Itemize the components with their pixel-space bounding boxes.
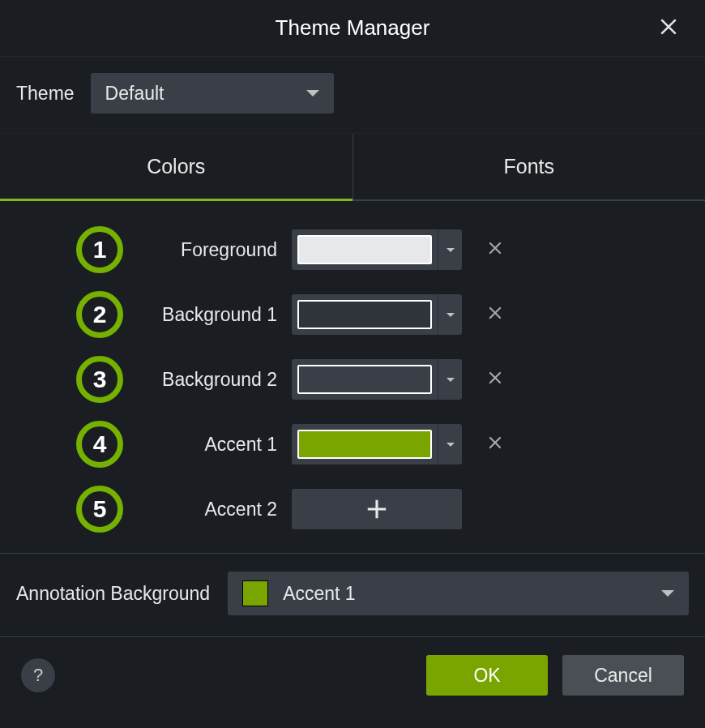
row-label: Accent 2	[123, 499, 277, 520]
remove-icon	[485, 238, 506, 259]
row-number-badge: 2	[76, 291, 123, 338]
chevron-down-icon	[446, 313, 455, 317]
color-row-accent-2: 5 Accent 2	[16, 483, 689, 535]
annotation-background-dropdown[interactable]: Accent 1	[228, 572, 689, 615]
close-button[interactable]	[652, 10, 686, 47]
remove-icon	[485, 367, 506, 388]
window-title: Theme Manager	[276, 15, 430, 41]
remove-icon	[485, 432, 506, 453]
color-rows: 1 Foreground 2 Background 1 3 Background…	[0, 201, 705, 554]
chevron-down-icon	[306, 90, 319, 96]
add-color-button[interactable]	[292, 489, 462, 529]
row-label: Background 1	[123, 304, 277, 326]
color-picker-caret[interactable]	[438, 359, 462, 400]
chevron-down-icon	[446, 248, 455, 252]
remove-color-button[interactable]	[485, 238, 506, 262]
remove-icon	[485, 302, 506, 323]
color-swatch	[297, 300, 432, 329]
color-row-foreground: 1 Foreground	[16, 224, 689, 276]
annotation-background-label: Annotation Background	[16, 583, 210, 605]
footer: ? OK Cancel	[0, 637, 705, 713]
color-picker-background-1[interactable]	[292, 294, 462, 335]
tab-fonts[interactable]: Fonts	[353, 134, 706, 199]
color-picker-caret[interactable]	[438, 294, 462, 335]
color-swatch	[297, 365, 432, 394]
row-number-badge: 3	[76, 356, 123, 403]
row-number-badge: 5	[76, 486, 123, 533]
row-number-badge: 1	[76, 226, 123, 273]
annotation-selected-value: Accent 1	[283, 583, 661, 605]
remove-color-button[interactable]	[485, 432, 506, 456]
chevron-down-icon	[661, 590, 674, 597]
tab-colors[interactable]: Colors	[0, 134, 353, 199]
color-picker-background-2[interactable]	[292, 359, 462, 400]
color-swatch	[297, 235, 432, 264]
help-button[interactable]: ?	[21, 658, 55, 692]
title-bar: Theme Manager	[0, 0, 705, 57]
row-number-badge: 4	[76, 421, 123, 468]
color-picker-caret[interactable]	[438, 424, 462, 465]
color-picker-accent-1[interactable]	[292, 424, 462, 465]
row-label: Background 2	[123, 369, 277, 391]
theme-selector-row: Theme Default	[0, 57, 705, 134]
color-swatch	[297, 430, 432, 459]
plus-icon	[365, 497, 389, 521]
chevron-down-icon	[446, 443, 455, 447]
annotation-swatch	[242, 580, 268, 606]
theme-selected-value: Default	[105, 83, 164, 105]
ok-button[interactable]: OK	[426, 655, 548, 696]
annotation-background-row: Annotation Background Accent 1	[0, 554, 705, 637]
row-label: Accent 1	[123, 434, 277, 456]
color-row-background-1: 2 Background 1	[16, 289, 689, 340]
cancel-button[interactable]: Cancel	[562, 655, 684, 696]
color-row-accent-1: 4 Accent 1	[16, 418, 689, 470]
row-label: Foreground	[123, 239, 277, 261]
tabs: Colors Fonts	[0, 134, 705, 201]
remove-color-button[interactable]	[485, 367, 506, 392]
color-picker-caret[interactable]	[438, 229, 462, 270]
chevron-down-icon	[446, 378, 455, 382]
theme-label: Theme	[16, 83, 75, 105]
remove-color-button[interactable]	[485, 302, 506, 327]
theme-dropdown[interactable]: Default	[91, 73, 334, 113]
close-icon	[658, 16, 679, 37]
color-row-background-2: 3 Background 2	[16, 353, 689, 405]
color-picker-foreground[interactable]	[292, 229, 462, 270]
